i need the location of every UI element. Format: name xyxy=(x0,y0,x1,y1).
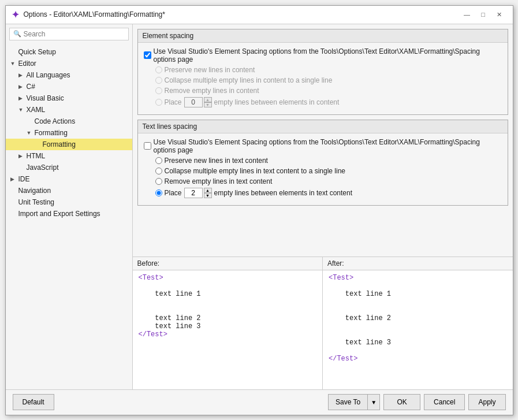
tree-label: HTML xyxy=(27,152,46,160)
tree-item-xaml[interactable]: ▼ XAML xyxy=(6,104,132,116)
es-place-label: Place xyxy=(165,98,182,106)
restore-button[interactable]: □ xyxy=(476,9,491,20)
es-use-vs-checkbox[interactable] xyxy=(144,51,151,59)
tree-item-ide[interactable]: ▶ IDE xyxy=(6,173,132,185)
search-box[interactable]: 🔍 xyxy=(9,28,129,40)
options-dialog: ✦ Options - Editor\XAML\Formatting\Forma… xyxy=(5,5,513,415)
tls-main-label: Use Visual Studio's Element Spacing opti… xyxy=(154,138,502,154)
before-line-2: text line 1 xyxy=(139,290,201,298)
es-spinner-up[interactable]: ▲ xyxy=(204,97,212,102)
tls-preserve-row: Preserve new lines in text content xyxy=(144,157,502,165)
text-lines-spacing-body: Use Visual Studio's Element Spacing opti… xyxy=(138,133,508,205)
tree-label: Editor xyxy=(18,60,36,68)
tls-spinner-input[interactable] xyxy=(184,188,203,198)
expand-icon: ▼ xyxy=(10,61,18,66)
tls-preserve-radio[interactable] xyxy=(155,157,162,164)
text-lines-spacing-title: Text lines spacing xyxy=(138,120,508,133)
navigation-tree: Quick Setup ▼ Editor ▶ All xyxy=(6,44,132,389)
after-line-3: text line 2 xyxy=(329,314,391,322)
tls-remove-radio[interactable] xyxy=(155,178,162,185)
expand-icon: ▶ xyxy=(10,176,18,182)
expand-icon: ▶ xyxy=(18,72,27,78)
before-line-5: </Test> xyxy=(139,330,167,339)
tree-item-navigation[interactable]: Navigation xyxy=(6,185,132,196)
save-to-button[interactable]: Save To xyxy=(328,394,367,410)
save-to-dropdown-button[interactable]: ▼ xyxy=(367,394,380,410)
right-panel: Element spacing Use Visual Studio's Elem… xyxy=(133,24,513,389)
minimize-button[interactable]: — xyxy=(460,9,475,20)
search-input[interactable] xyxy=(24,30,125,38)
tree-label: All Languages xyxy=(27,71,70,79)
tls-spinner-down[interactable]: ▼ xyxy=(204,193,212,198)
after-preview-body: <Test> text line 1 text line 2 text line… xyxy=(323,270,513,389)
tree-label: Code Actions xyxy=(35,117,76,125)
tree-label: XAML xyxy=(27,106,46,114)
tls-spinner-up[interactable]: ▲ xyxy=(204,188,212,193)
expand-icon: ▼ xyxy=(18,107,27,113)
es-collapse-label: Collapse multiple empty lines in content… xyxy=(165,76,333,84)
preview-area: Before: <Test> text line 1 text line 2 t… xyxy=(133,257,513,389)
es-preserve-label: Preserve new lines in content xyxy=(165,66,255,74)
tree-item-quick-setup[interactable]: Quick Setup xyxy=(6,46,132,58)
tree-label: Import and Export Settings xyxy=(18,210,100,218)
tls-use-vs-checkbox[interactable] xyxy=(144,142,151,150)
save-to-split-button: Save To ▼ xyxy=(328,394,380,410)
es-collapse-row: Collapse multiple empty lines in content… xyxy=(144,76,502,84)
tls-remove-label: Remove empty lines in text content xyxy=(165,177,273,185)
cancel-button[interactable]: Cancel xyxy=(424,394,465,410)
tls-collapse-row: Collapse multiple empty lines in text co… xyxy=(144,167,502,175)
tree-item-formatting-child[interactable]: Formatting xyxy=(6,139,132,150)
es-place-row: Place ▲ ▼ empty lines between elements i… xyxy=(144,97,502,107)
tree-item-html[interactable]: ▶ HTML xyxy=(6,150,132,162)
before-preview-body: <Test> text line 1 text line 2 text line… xyxy=(133,270,323,389)
after-preview-pane: After: <Test> text line 1 text line 2 te… xyxy=(323,257,513,389)
after-line-2: text line 1 xyxy=(329,290,391,298)
tree-item-formatting-parent[interactable]: ▼ Formatting xyxy=(6,127,132,139)
es-main-checkbox-row: Use Visual Studio's Element Spacing opti… xyxy=(144,47,502,64)
apply-button[interactable]: Apply xyxy=(468,394,505,410)
tls-spinner: ▲ ▼ xyxy=(184,188,212,198)
expand-icon: ▶ xyxy=(18,84,27,90)
es-remove-label: Remove empty lines in content xyxy=(165,87,259,95)
tree-label: Visual Basic xyxy=(27,94,64,102)
after-line-4: text line 3 xyxy=(329,339,391,347)
es-spinner-input[interactable] xyxy=(184,97,203,107)
es-remove-radio[interactable] xyxy=(155,87,162,94)
tls-collapse-label: Collapse multiple empty lines in text co… xyxy=(165,167,346,175)
options-area: Element spacing Use Visual Studio's Elem… xyxy=(133,24,513,257)
before-line-3: text line 2 xyxy=(139,314,201,322)
es-remove-row: Remove empty lines in content xyxy=(144,87,502,95)
tree-item-all-languages[interactable]: ▶ All Languages xyxy=(6,69,132,81)
es-spinner-down[interactable]: ▼ xyxy=(204,102,212,107)
title-buttons: — □ ✕ xyxy=(460,9,507,20)
tree-item-vb[interactable]: ▶ Visual Basic xyxy=(6,92,132,104)
tree-item-code-actions[interactable]: Code Actions xyxy=(6,116,132,127)
tree-item-unit-testing[interactable]: Unit Testing xyxy=(6,196,132,208)
before-line-4: text line 3 xyxy=(139,322,201,330)
tree-item-javascript[interactable]: JavaScript xyxy=(6,162,132,173)
tls-collapse-radio[interactable] xyxy=(155,168,162,174)
default-button[interactable]: Default xyxy=(13,394,54,410)
element-spacing-body: Use Visual Studio's Element Spacing opti… xyxy=(138,43,508,114)
expand-icon: ▶ xyxy=(18,153,27,159)
es-preserve-radio[interactable] xyxy=(155,66,162,73)
ok-button[interactable]: OK xyxy=(383,394,420,410)
close-button[interactable]: ✕ xyxy=(492,9,507,20)
tls-preserve-label: Preserve new lines in text content xyxy=(165,157,268,165)
element-spacing-title: Element spacing xyxy=(138,29,508,43)
tls-place-radio[interactable] xyxy=(155,189,162,196)
tls-place-suffix: empty lines between elements in text con… xyxy=(214,189,352,197)
tree-label: IDE xyxy=(18,175,30,183)
tree-label: Navigation xyxy=(18,187,51,195)
title-bar-left: ✦ Options - Editor\XAML\Formatting\Forma… xyxy=(12,9,165,20)
bottom-bar: Default Save To ▼ OK Cancel Apply xyxy=(6,389,513,415)
es-collapse-radio[interactable] xyxy=(155,77,162,84)
tree-item-csharp[interactable]: ▶ C# xyxy=(6,81,132,92)
tree-item-import-export[interactable]: Import and Export Settings xyxy=(6,208,132,220)
before-line-1: <Test> xyxy=(139,274,163,282)
tree-label: C# xyxy=(27,83,35,91)
after-header: After: xyxy=(323,257,513,270)
es-place-radio[interactable] xyxy=(155,99,162,106)
action-buttons: Save To ▼ OK Cancel Apply xyxy=(328,394,505,410)
tree-item-editor[interactable]: ▼ Editor xyxy=(6,58,132,69)
